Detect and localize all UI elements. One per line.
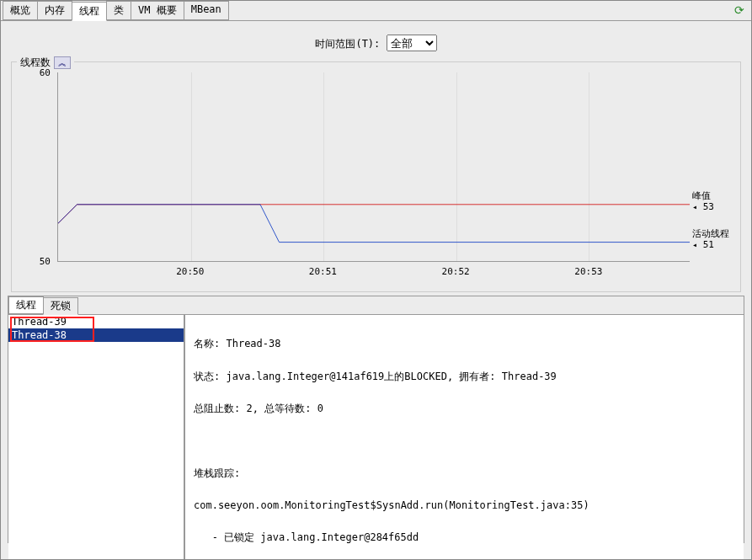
x-axis: 20:50 20:51 20:52 20:53	[57, 266, 690, 283]
chart-plot	[57, 72, 690, 262]
peak-label: 峰值◂ 53	[692, 190, 714, 212]
thread-detail-pane: 名称: Thread-38 状态: java.lang.Integer@141a…	[185, 315, 744, 560]
y-tick-60: 60	[40, 67, 51, 78]
chart-right-legend: 峰值◂ 53 活动线程◂ 51	[692, 72, 736, 262]
time-range-label: 时间范围(T):	[315, 38, 380, 50]
stack-line: - 已锁定 java.lang.Integer@284f65dd	[194, 530, 735, 546]
thread-item-38[interactable]: Thread-38	[8, 328, 184, 342]
detail-state-value: java.lang.Integer@141af619上的BLOCKED, 拥有者…	[226, 371, 556, 382]
sub-tab-bar: 线程 死锁	[8, 296, 744, 315]
main-panel: 时间范围(T): 全部 线程数 ︽ 60 50 20:50 20:51	[1, 21, 751, 550]
tab-mbean[interactable]: MBean	[184, 1, 229, 20]
detail-waited-label: 总等待数:	[264, 403, 311, 414]
sub-tab-threads[interactable]: 线程	[8, 296, 44, 314]
chart-area: 60 50 20:50 20:51 20:52 20:53 峰值◂ 53	[20, 72, 690, 283]
collapse-button[interactable]: ︽	[54, 56, 71, 69]
sub-tab-deadlock[interactable]: 死锁	[43, 297, 78, 315]
detail-blocked-value: 2,	[246, 403, 258, 414]
tab-classes[interactable]: 类	[106, 1, 131, 20]
tab-memory[interactable]: 内存	[37, 1, 72, 20]
tab-threads[interactable]: 线程	[72, 2, 107, 21]
detail-blocked-label: 总阻止数:	[194, 403, 240, 414]
time-range-row: 时间范围(T): 全部	[4, 24, 748, 58]
thread-list[interactable]: Thread-39 Thread-38	[8, 315, 185, 560]
time-range-select[interactable]: 全部	[387, 35, 437, 51]
live-label: 活动线程◂ 51	[692, 228, 729, 250]
thread-item-39[interactable]: Thread-39	[8, 315, 184, 328]
refresh-icon[interactable]: ⟳	[734, 3, 744, 17]
detail-name-value: Thread-38	[226, 338, 280, 349]
detail-state-label: 状态:	[194, 371, 220, 382]
x-tick: 20:53	[574, 266, 602, 277]
tab-vm-summary[interactable]: VM 概要	[131, 1, 184, 20]
top-tab-bar: 概览 内存 线程 类 VM 概要 MBean ⟳	[1, 1, 751, 21]
stack-line: com.seeyon.oom.MonitoringTest$SysnAdd.ru…	[194, 498, 735, 514]
x-tick: 20:51	[309, 266, 337, 277]
tab-overview[interactable]: 概览	[3, 1, 38, 20]
bottom-section: 线程 死锁 Thread-39 Thread-38 名称: Thread-38 …	[8, 296, 744, 543]
y-axis: 60 50	[20, 72, 54, 262]
y-tick-50: 50	[40, 256, 51, 267]
detail-waited-value: 0	[317, 403, 323, 414]
x-tick: 20:52	[442, 266, 470, 277]
x-tick: 20:50	[176, 266, 204, 277]
detail-name-label: 名称:	[194, 338, 220, 349]
thread-chart-panel: 线程数 ︽ 60 50 20:50 20:51 20:52 20:53	[11, 61, 741, 292]
stack-trace-label: 堆栈跟踪:	[194, 466, 735, 482]
